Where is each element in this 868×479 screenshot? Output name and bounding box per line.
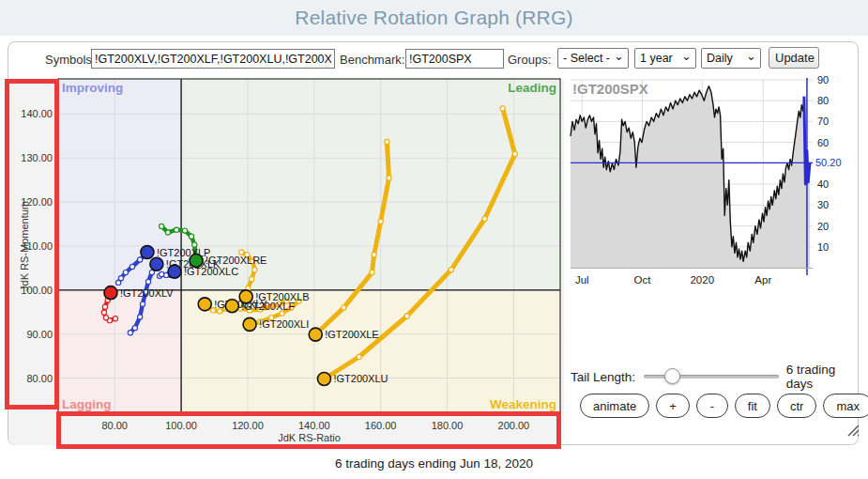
tail-length-row: Tail Length: 6 trading days [571, 363, 861, 391]
symbol-label-!GT200XLC: !GT200XLC [184, 266, 238, 277]
svg-text:2020: 2020 [690, 274, 714, 286]
symbol-label-!GT200XLRE: !GT200XLRE [206, 255, 266, 266]
symbol-dot-!GT200XLV[interactable] [104, 286, 117, 300]
symbols-label: Symbols: [45, 53, 95, 67]
svg-text:140.00: 140.00 [298, 420, 330, 431]
groups-select-wrap: - Select - ⌄ [557, 48, 629, 69]
svg-text:Jul: Jul [575, 274, 589, 286]
symbol-label-!GT200XLB: !GT200XLB [255, 291, 309, 302]
svg-text:120.00: 120.00 [232, 420, 264, 431]
quadrant-label-leading: Leading [508, 81, 556, 95]
tail-length-value: 6 trading days [786, 363, 861, 391]
symbol-dot-!GT200XLP[interactable] [141, 246, 154, 259]
symbol-dot-!GT200XLF[interactable] [225, 300, 238, 313]
period-select[interactable]: 1 year [634, 48, 696, 69]
rrg-chart[interactable]: ImprovingLeadingLaggingWeakening!GT200XL… [0, 75, 572, 451]
svg-text:90: 90 [817, 75, 829, 85]
svg-text:70: 70 [817, 116, 829, 127]
symbol-dot-!GT200XLY[interactable] [198, 298, 211, 311]
svg-text:160.00: 160.00 [365, 420, 397, 431]
svg-text:80.00: 80.00 [26, 373, 53, 384]
update-button[interactable]: Update [769, 47, 819, 69]
groups-label: Groups: [508, 53, 551, 67]
symbol-label-!GT200XLE: !GT200XLE [325, 329, 378, 340]
svg-text:180.00: 180.00 [432, 420, 464, 431]
symbol-dot-!GT200XLRE[interactable] [190, 254, 203, 267]
symbols-input[interactable] [91, 49, 335, 69]
symbol-dot-!GT200XLI[interactable] [243, 317, 256, 331]
svg-text:200.00: 200.00 [498, 420, 530, 431]
quadrant-label-improving: Improving [62, 81, 123, 95]
max-button[interactable]: max [823, 394, 868, 418]
svg-text:30: 30 [817, 199, 829, 210]
page-title: Relative Rotation Graph (RRG) [295, 7, 572, 29]
svg-text:130.00: 130.00 [21, 152, 53, 163]
symbol-dot-!GT200XLU[interactable] [317, 372, 330, 385]
svg-text:80.00: 80.00 [101, 420, 128, 431]
symbol-label-!GT200XLV: !GT200XLV [120, 287, 174, 299]
animate-button[interactable]: animate [580, 394, 649, 418]
svg-text:Apr: Apr [754, 274, 771, 286]
benchmark-minichart[interactable]: 102030406070809050.20JulOct2020Apr!GT200… [563, 75, 868, 296]
symbol-dot-!GT200XLC[interactable] [168, 265, 181, 278]
quadrant-label-lagging: Lagging [62, 397, 112, 411]
svg-text:Oct: Oct [634, 274, 652, 286]
center-button[interactable]: ctr [777, 394, 816, 418]
svg-text:10: 10 [817, 241, 829, 253]
svg-text:20: 20 [817, 221, 829, 232]
tail-length-label: Tail Length: [571, 370, 644, 384]
fit-button[interactable]: fit [735, 394, 770, 418]
slider-handle[interactable] [664, 368, 680, 384]
svg-text:100.00: 100.00 [165, 420, 197, 431]
last-value-label: 50.20 [815, 157, 842, 168]
svg-text:80: 80 [817, 95, 829, 106]
zoom-in-button[interactable]: + [656, 394, 690, 418]
chart-buttons: animate + - fit ctr max [580, 394, 868, 418]
symbol-dot-!GT200XLK[interactable] [150, 257, 163, 270]
benchmark-area [571, 86, 810, 268]
resize-handle-icon[interactable] [845, 422, 860, 438]
svg-text:60: 60 [817, 137, 829, 148]
benchmark-input[interactable] [405, 49, 504, 69]
rrg-app: Relative Rotation Graph (RRG) Symbols: B… [0, 0, 868, 479]
y-axis-title: JdK RS-Momentum [19, 201, 30, 291]
groups-select[interactable]: - Select - [557, 48, 629, 69]
quadrant-label-weakening: Weakening [490, 397, 556, 411]
footer-caption: 6 trading days ending Jun 18, 2020 [0, 456, 868, 471]
zoom-out-button[interactable]: - [696, 394, 728, 418]
quadrant-improving [58, 79, 181, 290]
symbol-label-!GT200XLP: !GT200XLP [157, 247, 210, 258]
symbol-label-!GT200XLI: !GT200XLI [259, 318, 309, 330]
svg-text:140.00: 140.00 [21, 108, 53, 119]
benchmark-label: Benchmark: [340, 53, 404, 67]
symbol-dot-!GT200XLE[interactable] [309, 328, 322, 341]
svg-text:40: 40 [817, 178, 829, 190]
symbol-label-!GT200XLU: !GT200XLU [333, 373, 388, 384]
x-axis-title: JdK RS-Ratio [278, 432, 341, 443]
titlebar: Relative Rotation Graph (RRG) [0, 0, 868, 36]
frequency-select[interactable]: Daily [701, 48, 761, 69]
minichart-title: !GT200SPX [572, 81, 648, 97]
period-select-wrap: 1 year ⌄ [634, 48, 696, 69]
quadrant-lagging [58, 290, 181, 413]
frequency-select-wrap: Daily ⌄ [701, 48, 761, 69]
svg-text:90.00: 90.00 [26, 329, 53, 340]
symbol-dot-!GT200XLB[interactable] [239, 290, 252, 303]
tail-length-slider[interactable] [644, 368, 779, 385]
